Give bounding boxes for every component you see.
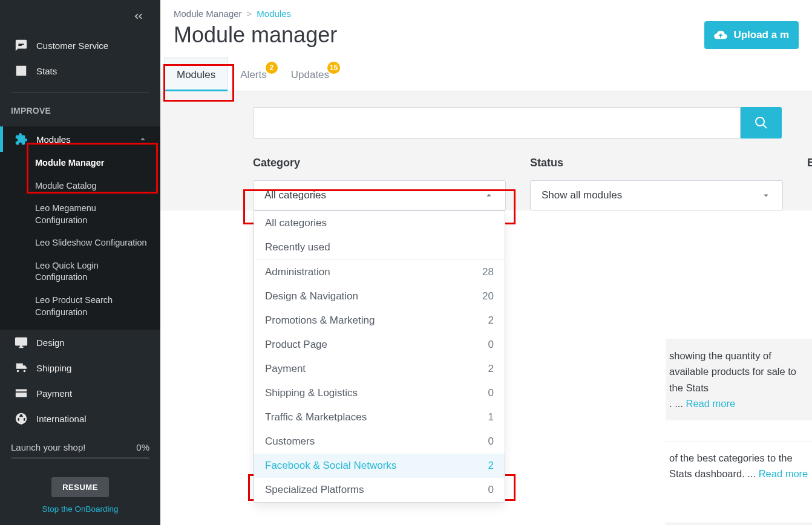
upload-module-button[interactable]: Upload a m <box>704 21 799 49</box>
category-value: All categories <box>264 189 326 201</box>
category-option-label: Customers <box>265 435 315 448</box>
category-option[interactable]: All categories <box>254 211 505 235</box>
category-option[interactable]: Traffic & Marketplaces1 <box>254 405 505 429</box>
cloud-upload-icon <box>714 28 727 42</box>
sidebar-item-modules[interactable]: Modules <box>0 126 160 152</box>
snippet-row: of the best customers to the Stats dashb… <box>666 523 812 525</box>
chevron-up-icon <box>137 134 148 145</box>
tab-active-underline <box>165 90 228 91</box>
status-value: Show all modules <box>542 189 622 201</box>
submenu-module-manager[interactable]: Module Manager <box>0 152 160 175</box>
tab-label: Updates <box>291 69 329 80</box>
bar-chart-icon <box>15 64 28 77</box>
tab-label: Modules <box>177 69 215 80</box>
sidebar-item-label: Customer Service <box>36 41 108 51</box>
truck-icon <box>15 361 28 374</box>
category-option-count: 0 <box>488 387 494 399</box>
launch-label: Launch your shop! <box>11 442 85 452</box>
breadcrumb-separator: > <box>247 8 252 19</box>
search-icon <box>754 116 768 130</box>
sidebar-item-international[interactable]: International <box>0 406 160 431</box>
category-option-count: 0 <box>488 435 494 448</box>
submenu-leo-quicklogin[interactable]: Leo Quick Login Configuration <box>0 255 160 289</box>
category-option[interactable]: Facebook & Social Networks2 <box>254 454 505 478</box>
category-option[interactable]: Payment2 <box>254 357 505 381</box>
search-input[interactable] <box>253 107 741 139</box>
category-option-label: Administration <box>265 266 330 278</box>
sidebar-collapse-button[interactable] <box>0 0 160 33</box>
resume-button[interactable]: RESUME <box>51 477 109 497</box>
category-option-count: 0 <box>488 339 494 351</box>
stop-onboarding-link[interactable]: Stop the OnBoarding <box>42 504 118 514</box>
snippet-row: showing the quantity of available produc… <box>666 339 812 420</box>
category-option-count: 2 <box>488 460 494 472</box>
tabs: Modules Alerts 2 Updates 15 <box>160 57 812 91</box>
main-area: Module Manager > Modules Module manager … <box>160 0 812 525</box>
sidebar-item-label: Shipping <box>36 363 71 373</box>
sidebar-item-customer-service[interactable]: Customer Service <box>0 33 160 58</box>
tab-modules[interactable]: Modules <box>164 57 228 91</box>
category-filter: Category All categories All categoriesRe… <box>253 157 506 210</box>
upload-button-label: Upload a m <box>733 29 789 41</box>
chevron-up-icon <box>483 190 494 201</box>
updates-badge: 15 <box>327 62 340 74</box>
active-accent <box>0 126 3 152</box>
category-option-label: Payment <box>265 363 306 375</box>
category-option[interactable]: Product Page0 <box>254 333 505 357</box>
desktop-icon <box>15 336 28 349</box>
category-option-count: 28 <box>482 266 494 278</box>
tab-alerts[interactable]: Alerts 2 <box>228 58 278 91</box>
alerts-badge: 2 <box>266 62 278 74</box>
read-more-link[interactable]: Read more <box>759 468 808 479</box>
sidebar-section-title: IMPROVE <box>0 93 160 126</box>
category-option-count: 2 <box>488 363 494 375</box>
category-option-label: Design & Navigation <box>265 290 358 302</box>
launch-progress: Launch your shop! 0% <box>0 431 160 464</box>
category-option[interactable]: Specialized Platforms0 <box>254 478 505 502</box>
submenu-leo-productsearch[interactable]: Leo Product Search Configuration <box>0 289 160 324</box>
tab-label: Alerts <box>240 69 266 80</box>
status-filter: Status Show all modules <box>530 157 783 210</box>
category-option-count: 1 <box>488 411 494 423</box>
sidebar-item-shipping[interactable]: Shipping <box>0 355 160 380</box>
breadcrumb: Module Manager > Modules <box>160 0 812 21</box>
category-option[interactable]: Design & Navigation20 <box>254 284 505 308</box>
sidebar-item-design[interactable]: Design <box>0 330 160 355</box>
category-dropdown[interactable]: All categories All categoriesRecently us… <box>253 180 506 210</box>
progress-bar <box>11 457 149 459</box>
read-more-link[interactable]: Read more <box>686 398 736 409</box>
category-option-count: 0 <box>488 484 494 496</box>
sidebar-item-stats[interactable]: Stats <box>0 58 160 83</box>
double-chevron-left-icon <box>131 10 145 23</box>
sidebar-item-payment[interactable]: Payment <box>0 380 160 406</box>
search-button[interactable] <box>741 107 782 139</box>
category-dropdown-menu: All categoriesRecently usedAdministratio… <box>254 210 505 503</box>
submenu-leo-slideshow[interactable]: Leo Slideshow Configuration <box>0 232 160 255</box>
module-snippets: showing the quantity of available produc… <box>666 339 812 525</box>
category-option[interactable]: Customers0 <box>254 429 505 454</box>
trailing-filter-label: B <box>807 157 812 210</box>
category-option[interactable]: Shipping & Logistics0 <box>254 381 505 405</box>
category-option[interactable]: Recently used <box>254 235 505 260</box>
tab-updates[interactable]: Updates 15 <box>279 58 341 91</box>
status-dropdown[interactable]: Show all modules <box>530 180 783 210</box>
puzzle-icon <box>15 132 28 146</box>
category-option[interactable]: Administration28 <box>254 260 505 284</box>
submenu-leo-megamenu[interactable]: Leo Megamenu Configuration <box>0 197 160 232</box>
breadcrumb-current: Modules <box>257 8 291 19</box>
sidebar-item-label: Modules <box>36 134 129 145</box>
status-label: Status <box>530 157 783 169</box>
category-option-label: Traffic & Marketplaces <box>265 411 367 423</box>
category-option[interactable]: Promotions & Marketing2 <box>254 308 505 333</box>
category-option-label: Promotions & Marketing <box>265 315 375 327</box>
submenu-module-catalog[interactable]: Module Catalog <box>0 175 160 198</box>
breadcrumb-parent[interactable]: Module Manager <box>174 8 242 19</box>
launch-percent: 0% <box>136 442 149 452</box>
category-option-label: Product Page <box>265 339 327 351</box>
snippet-text: showing the quantity of available produc… <box>669 350 796 393</box>
filter-panel: Category All categories All categoriesRe… <box>160 91 812 210</box>
category-option-count: 20 <box>482 290 494 302</box>
sidebar-item-label: Payment <box>36 388 72 399</box>
category-option-label: Facebook & Social Networks <box>265 460 396 472</box>
modules-submenu: Module Manager Module Catalog Leo Megame… <box>0 152 160 330</box>
